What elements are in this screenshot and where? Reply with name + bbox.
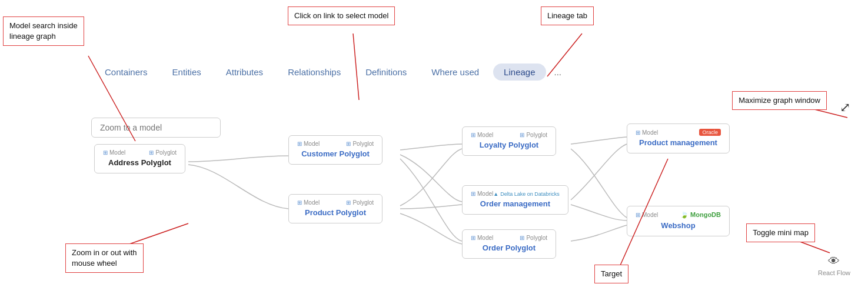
- tab-definitions[interactable]: Definitions: [355, 64, 417, 81]
- mongodb-tag: 🍃 MongoDB: [680, 211, 721, 219]
- node-customer-title: Customer Polyglot: [297, 149, 374, 158]
- annotation-model-search: Model search inside lineage graph: [3, 16, 84, 46]
- annotation-target: Target: [594, 265, 628, 283]
- node-product-badge-left: ⊞ Model: [297, 199, 320, 206]
- node-loyalty-title: Loyalty Polyglot: [471, 141, 547, 149]
- polyglot-icon: ⊞: [149, 149, 154, 156]
- maximize-icon[interactable]: ⤢: [840, 100, 850, 115]
- tab-entities[interactable]: Entities: [162, 64, 212, 81]
- node-customer-badge-left: ⊞ Model: [297, 141, 320, 147]
- node-webshop-badge-left: ⊞ Model: [636, 212, 658, 218]
- node-address[interactable]: ⊞ Model ⊞ Polyglot Address Polyglot: [94, 144, 185, 173]
- annotation-maximize: Maximize graph window: [732, 91, 827, 110]
- polyglot-icon-2: ⊞: [346, 141, 351, 147]
- node-address-badge-right: ⊞ Polyglot: [149, 149, 177, 156]
- node-product-header: ⊞ Model ⊞ Polyglot: [297, 199, 374, 206]
- node-loyalty-header: ⊞ Model ⊞ Polyglot: [471, 132, 547, 138]
- node-product-mgmt-header: ⊞ Model Oracle: [636, 129, 721, 136]
- model-icon-8: ⊞: [636, 212, 640, 218]
- model-icon: ⊞: [103, 149, 108, 156]
- search-input[interactable]: [91, 118, 221, 138]
- tab-where-used[interactable]: Where used: [421, 64, 490, 81]
- node-order-mgmt-badge-right: ▲ Delta Lake on Databricks: [493, 191, 559, 197]
- node-loyalty-badge-left: ⊞ Model: [471, 132, 493, 138]
- node-product-badge-right: ⊞ Polyglot: [346, 199, 374, 206]
- model-icon-6: ⊞: [471, 235, 475, 241]
- node-order-mgmt-title: Order management: [471, 199, 560, 208]
- tab-attributes[interactable]: Attributes: [215, 64, 274, 81]
- node-order-poly-badge-right: ⊞ Polyglot: [520, 235, 547, 241]
- model-icon-5: ⊞: [471, 191, 475, 197]
- model-icon-2: ⊞: [297, 141, 302, 147]
- node-product-mgmt-title: Product management: [636, 138, 721, 147]
- node-customer-header: ⊞ Model ⊞ Polyglot: [297, 141, 374, 147]
- model-icon-3: ⊞: [297, 199, 302, 206]
- polyglot-icon-3: ⊞: [346, 199, 351, 206]
- node-customer-badge-right: ⊞ Polyglot: [346, 141, 374, 147]
- node-webshop[interactable]: ⊞ Model 🍃 MongoDB Webshop: [627, 206, 730, 236]
- node-product[interactable]: ⊞ Model ⊞ Polyglot Product Polyglot: [288, 194, 383, 223]
- react-flow-area: 👁 React Flow: [818, 255, 850, 276]
- annotation-click-link: Click on link to select model: [288, 6, 395, 25]
- polyglot-icon-6: ⊞: [520, 235, 524, 241]
- polyglot-icon-4: ⊞: [520, 132, 524, 138]
- node-product-title: Product Polyglot: [297, 208, 374, 217]
- node-product-mgmt[interactable]: ⊞ Model Oracle Product management: [627, 123, 730, 153]
- tab-containers[interactable]: Containers: [94, 64, 158, 81]
- node-order-mgmt-badge-left: ⊞ Model: [471, 191, 493, 197]
- react-flow-label: React Flow: [818, 269, 850, 276]
- node-address-badge-left: ⊞ Model: [103, 149, 125, 156]
- tab-lineage[interactable]: Lineage: [493, 64, 546, 81]
- tabs-row: Containers Entities Attributes Relations…: [0, 59, 868, 85]
- eye-icon[interactable]: 👁: [818, 255, 850, 268]
- node-order-mgmt[interactable]: ⊞ Model ▲ Delta Lake on Databricks Order…: [462, 185, 568, 215]
- node-order-poly-title: Order Polyglot: [471, 243, 547, 252]
- node-order-poly[interactable]: ⊞ Model ⊞ Polyglot Order Polyglot: [462, 229, 556, 259]
- node-customer[interactable]: ⊞ Model ⊞ Polyglot Customer Polyglot: [288, 135, 383, 165]
- node-webshop-title: Webshop: [636, 221, 721, 230]
- node-order-poly-header: ⊞ Model ⊞ Polyglot: [471, 235, 547, 241]
- annotation-toggle-mini: Toggle mini map: [746, 223, 815, 242]
- oracle-tag: Oracle: [699, 129, 721, 136]
- node-address-header: ⊞ Model ⊞ Polyglot: [103, 149, 177, 156]
- node-product-mgmt-badge-left: ⊞ Model: [636, 129, 658, 136]
- node-loyalty-badge-right: ⊞ Polyglot: [520, 132, 547, 138]
- maximize-symbol: ⤢: [840, 100, 850, 115]
- node-address-title: Address Polyglot: [103, 158, 177, 167]
- search-box: [91, 118, 221, 138]
- delta-icon: ▲: [493, 191, 498, 197]
- node-webshop-header: ⊞ Model 🍃 MongoDB: [636, 211, 721, 219]
- node-order-mgmt-header: ⊞ Model ▲ Delta Lake on Databricks: [471, 191, 560, 197]
- tab-relationships[interactable]: Relationships: [277, 64, 351, 81]
- annotation-lineage-tab: Lineage tab: [541, 6, 594, 25]
- tab-more[interactable]: ...: [550, 65, 567, 79]
- node-order-poly-badge-left: ⊞ Model: [471, 235, 493, 241]
- annotation-zoom: Zoom in or out with mouse wheel: [65, 243, 144, 273]
- node-loyalty[interactable]: ⊞ Model ⊞ Polyglot Loyalty Polyglot: [462, 126, 556, 156]
- model-icon-7: ⊞: [636, 129, 640, 136]
- model-icon-4: ⊞: [471, 132, 475, 138]
